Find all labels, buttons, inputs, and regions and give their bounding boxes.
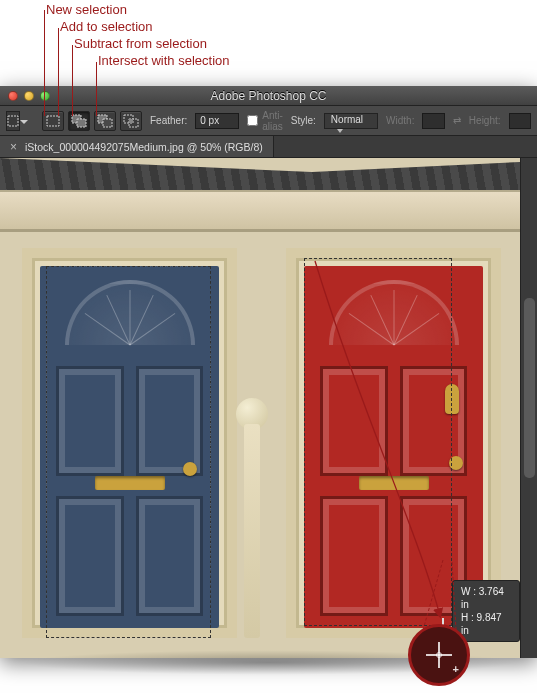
- cursor-zoom-callout: +: [408, 624, 470, 686]
- anti-alias-label: Anti-alias: [262, 110, 283, 132]
- measurement-width: W : 3.764 in: [461, 585, 511, 611]
- titlebar: Adobe Photoshop CC: [0, 86, 537, 106]
- options-bar: Feather: Anti-alias Style: Normal Width:…: [0, 106, 537, 136]
- tool-preset-picker[interactable]: [6, 111, 20, 131]
- height-input: [509, 113, 531, 129]
- close-tab-icon[interactable]: ×: [10, 141, 17, 153]
- window-controls: [0, 91, 50, 101]
- figure-annotations: New selection Add to selection Subtract …: [0, 0, 537, 86]
- svg-rect-0: [8, 116, 18, 126]
- selection-mode-group: [42, 111, 142, 131]
- document-tab-bar: × iStock_000004492075Medium.jpg @ 50% (R…: [0, 136, 537, 158]
- document-canvas[interactable]: W : 3.764 in H : 9.847 in +: [0, 158, 520, 658]
- zoom-window-button[interactable]: [40, 91, 50, 101]
- rectangular-marquee-icon: [7, 115, 19, 127]
- image-fascia: [0, 190, 520, 232]
- feather-label: Feather:: [150, 115, 187, 126]
- app-title: Adobe Photoshop CC: [210, 89, 326, 103]
- canvas-area: W : 3.764 in H : 9.847 in +: [0, 158, 537, 658]
- vertical-scrollbar[interactable]: [520, 158, 537, 658]
- svg-rect-1: [47, 116, 59, 126]
- selection-marquee-right: [304, 258, 452, 626]
- selection-marquee-left: [46, 266, 211, 638]
- new-selection-icon: [45, 114, 61, 128]
- annotation-intersect-with-selection: Intersect with selection: [98, 53, 230, 68]
- document-tab-label: iStock_000004492075Medium.jpg @ 50% (RGB…: [25, 141, 263, 153]
- subtract-from-selection-button[interactable]: [94, 111, 116, 131]
- style-select[interactable]: Normal: [324, 113, 378, 129]
- swap-dimensions-icon: ⇄: [453, 115, 461, 126]
- add-to-selection-button[interactable]: [68, 111, 90, 131]
- svg-rect-3: [77, 119, 86, 127]
- image-handrail: [230, 398, 274, 638]
- height-label: Height:: [469, 115, 501, 126]
- annotation-add-to-selection: Add to selection: [60, 19, 153, 34]
- close-window-button[interactable]: [8, 91, 18, 101]
- annotation-new-selection: New selection: [46, 2, 127, 17]
- new-selection-button[interactable]: [42, 111, 64, 131]
- measurement-height: H : 9.847 in: [461, 611, 511, 637]
- intersect-with-selection-button[interactable]: [120, 111, 142, 131]
- anti-alias-checkbox-input[interactable]: [247, 115, 258, 126]
- style-label: Style:: [291, 115, 316, 126]
- anti-alias-checkbox[interactable]: Anti-alias: [247, 110, 283, 132]
- feather-input[interactable]: [195, 113, 239, 129]
- width-label: Width:: [386, 115, 414, 126]
- svg-rect-5: [103, 119, 112, 127]
- width-input: [422, 113, 444, 129]
- style-select-value: Normal: [331, 114, 363, 125]
- minimize-window-button[interactable]: [24, 91, 34, 101]
- app-window: Adobe Photoshop CC: [0, 86, 537, 658]
- annotation-subtract-from-selection: Subtract from selection: [74, 36, 207, 51]
- intersect-with-selection-icon: [123, 114, 139, 128]
- document-tab[interactable]: × iStock_000004492075Medium.jpg @ 50% (R…: [0, 136, 274, 157]
- subtract-from-selection-icon: [97, 114, 113, 128]
- vertical-scrollbar-thumb[interactable]: [524, 298, 535, 478]
- svg-rect-8: [129, 119, 133, 123]
- add-to-selection-icon: [71, 114, 87, 128]
- measurement-tooltip: W : 3.764 in H : 9.847 in: [452, 580, 520, 642]
